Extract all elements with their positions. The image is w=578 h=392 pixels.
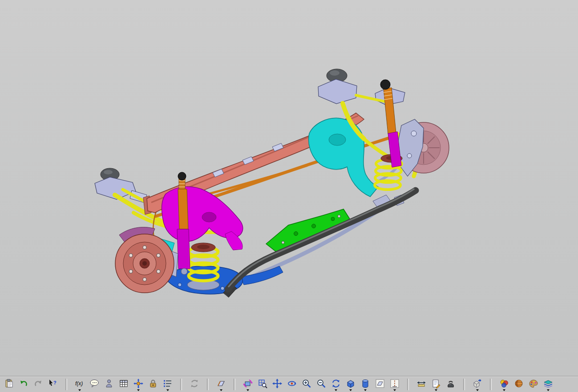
render-button[interactable] <box>513 378 525 391</box>
move-component-button[interactable] <box>132 378 145 391</box>
toolbar-separator <box>234 379 235 390</box>
part-magenta-bracket[interactable] <box>162 187 243 250</box>
person-icon <box>104 379 114 388</box>
dropdown-arrow-icon[interactable] <box>364 389 367 391</box>
dropdown-arrow-icon[interactable] <box>393 389 396 391</box>
dropdown-arrow-icon[interactable] <box>435 389 437 391</box>
refit-button[interactable] <box>256 378 269 391</box>
measure-icon <box>416 379 426 388</box>
orient-view-icon <box>243 379 253 388</box>
dropdown-arrow-icon[interactable] <box>335 389 337 391</box>
family-table-button[interactable] <box>117 378 130 391</box>
svg-text:f(x): f(x) <box>75 380 83 387</box>
mass-icon <box>446 379 456 388</box>
svg-text:?: ? <box>53 380 57 385</box>
mini-figure-button[interactable] <box>103 378 115 391</box>
orient-view-button[interactable] <box>242 378 254 391</box>
axis-display-button[interactable] <box>388 378 401 391</box>
render-sphere-icon <box>514 379 524 388</box>
part-middle-top-mount[interactable] <box>318 69 357 104</box>
datum-plane-button[interactable] <box>215 378 227 391</box>
feature-list-button[interactable] <box>162 378 174 391</box>
regenerate-icon <box>190 379 199 388</box>
shaded-box-icon <box>346 379 356 388</box>
model-canvas[interactable] <box>0 0 578 376</box>
speech-bubble-icon <box>89 379 99 388</box>
toolbar-separator <box>463 379 465 390</box>
display-style-button[interactable] <box>359 378 372 391</box>
note-button[interactable] <box>430 378 442 391</box>
dropdown-arrow-icon[interactable] <box>547 389 550 391</box>
appearances-icon <box>499 379 509 388</box>
paste-button[interactable] <box>3 378 15 391</box>
spin-button[interactable] <box>286 378 298 391</box>
dropdown-arrow-icon[interactable] <box>349 389 352 391</box>
mass-properties-button[interactable] <box>445 378 457 391</box>
pan-icon <box>272 379 282 388</box>
refit-icon <box>258 379 267 388</box>
undo-button[interactable] <box>17 378 30 391</box>
part-right-shock-cap <box>380 80 390 89</box>
dropdown-arrow-icon[interactable] <box>503 389 505 391</box>
relations-button[interactable]: f(x) <box>73 378 86 391</box>
zoom-in-button[interactable] <box>300 378 313 391</box>
toolbar-separator <box>490 379 492 390</box>
move-axes-icon <box>133 379 143 388</box>
dropdown-arrow-icon[interactable] <box>220 389 222 391</box>
axis-display-icon <box>390 379 400 388</box>
appearances-button[interactable] <box>498 378 510 391</box>
item-list-icon <box>163 379 173 388</box>
undo-arrow-icon <box>19 379 28 388</box>
dropdown-arrow-icon[interactable] <box>476 389 479 391</box>
function-icon: f(x) <box>75 379 85 388</box>
lock-button[interactable] <box>147 378 159 391</box>
note-icon <box>431 379 441 388</box>
regenerate-button[interactable] <box>188 378 201 391</box>
part-left-rotor[interactable] <box>115 234 174 293</box>
bottom-toolbar: ?f(x) <box>0 376 578 392</box>
redo-button[interactable] <box>32 378 44 391</box>
toolbar-separator <box>65 379 67 390</box>
clipboard-icon <box>4 379 14 388</box>
cursor-question-icon: ? <box>48 379 58 388</box>
part-left-shock-cap <box>178 172 186 180</box>
component-box-icon <box>473 379 482 388</box>
measure-button[interactable] <box>415 378 428 391</box>
spin-icon <box>287 379 297 388</box>
dropdown-arrow-icon[interactable] <box>78 389 81 391</box>
repaint-button[interactable] <box>330 378 342 391</box>
select-help-button[interactable]: ? <box>47 378 59 391</box>
zoom-in-icon <box>302 379 311 388</box>
pan-button[interactable] <box>271 378 283 391</box>
zoom-out-icon <box>316 379 326 388</box>
toolbar-separator <box>207 379 209 390</box>
toolbar-separator <box>180 379 182 390</box>
dropdown-arrow-icon[interactable] <box>137 389 140 391</box>
lock-icon <box>148 379 158 388</box>
palette-button[interactable] <box>527 378 540 391</box>
shaded-display-button[interactable] <box>344 378 357 391</box>
layers-button[interactable] <box>542 378 554 391</box>
cylinder-icon <box>360 379 370 388</box>
graphics-area[interactable] <box>0 0 578 376</box>
toolbar-separator <box>407 379 409 390</box>
datum-plane-icon <box>216 379 226 388</box>
plane-display-button[interactable] <box>374 378 386 391</box>
comment-button[interactable] <box>88 378 101 391</box>
repaint-icon <box>331 379 341 388</box>
assemble-component-button[interactable] <box>471 378 484 391</box>
plane-display-icon <box>375 379 385 388</box>
layers-icon <box>543 379 553 388</box>
palette-icon <box>529 379 538 388</box>
dropdown-arrow-icon[interactable] <box>247 389 249 391</box>
zoom-out-button[interactable] <box>315 378 327 391</box>
table-icon <box>119 379 129 388</box>
dropdown-arrow-icon[interactable] <box>166 389 169 391</box>
redo-arrow-icon <box>33 379 43 388</box>
